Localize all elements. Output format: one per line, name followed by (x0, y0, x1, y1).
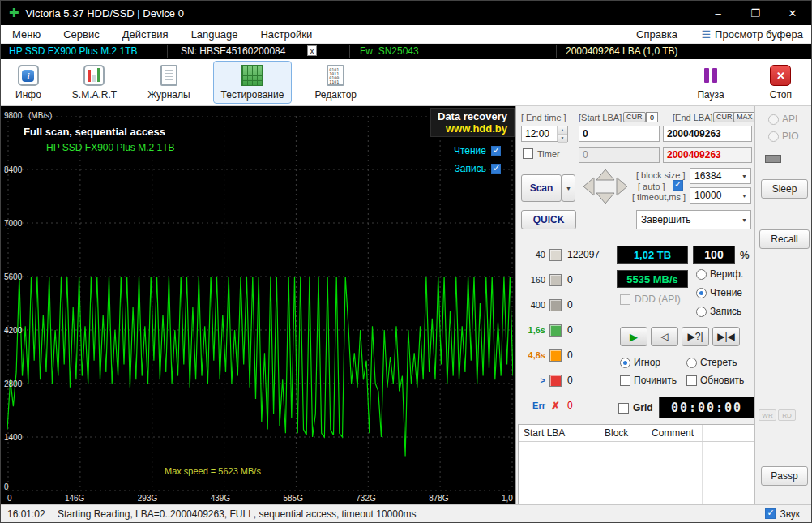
start-test-button[interactable]: ▶ (620, 327, 647, 346)
spin-up-icon[interactable]: ▲ (558, 126, 567, 135)
counter-label: Err (518, 401, 545, 410)
spin-down-icon[interactable]: ▼ (558, 135, 567, 143)
mode-read-label: Чтение (710, 287, 742, 298)
info-icon: i (18, 64, 39, 87)
stop-button[interactable]: ✕ Стоп (762, 61, 800, 104)
step-back-button[interactable]: ◁ (651, 327, 678, 346)
sleep-button[interactable]: Sleep (761, 179, 808, 199)
device-bar: HP SSD FX900 Plus M.2 1TB SN: HBSE451602… (1, 44, 811, 59)
start-lba-input[interactable]: 0 (579, 126, 660, 142)
counter-label: 4,8s (518, 350, 545, 360)
menu-item-language[interactable]: Language (180, 28, 250, 41)
mode-read-radio[interactable] (696, 288, 707, 298)
menu-bar: Меню Сервис Действия Language Настройки … (1, 25, 811, 44)
action-erase-label: Стереть (700, 357, 737, 368)
serial-close-button[interactable]: x (307, 45, 317, 56)
counter-row-1-6s: 1,6s 0 (518, 323, 615, 337)
wr-button[interactable]: WR (759, 409, 776, 421)
on-end-action-select[interactable]: Завершить ▼ (636, 210, 751, 229)
passport-button[interactable]: Passp (761, 466, 808, 486)
smart-chart-icon (83, 64, 105, 87)
close-button[interactable]: ✕ (774, 1, 811, 25)
toolbar-logs-button[interactable]: Журналы (139, 61, 198, 104)
menu-item-menu[interactable]: Меню (1, 28, 52, 41)
column-block[interactable]: Block (600, 427, 647, 439)
status-message: Starting Reading, LBA=0..2000409263, FUL… (58, 508, 765, 520)
x-tick: 878G (429, 494, 448, 503)
legend-read-checkbox[interactable] (491, 146, 501, 156)
seek-defect-button[interactable]: ▶?| (682, 327, 709, 346)
stop-icon: ✕ (770, 64, 791, 87)
counter-label: 40 (518, 250, 545, 259)
block-swatch-icon (549, 349, 562, 362)
end-lba-max-button[interactable]: MAX (733, 112, 756, 122)
menu-item-help[interactable]: Справка (625, 28, 689, 41)
legend-write-checkbox[interactable] (491, 164, 501, 174)
toolbar-test-button[interactable]: Тестирование (213, 61, 293, 104)
status-bar: 16:01:02 Starting Reading, LBA=0..200040… (1, 504, 811, 522)
timer-checkbox[interactable] (523, 148, 533, 159)
toolbar-editor-button[interactable]: 0101 1011 0100 1101 Редактор (306, 61, 365, 104)
api-radio[interactable] (768, 114, 779, 125)
test-panel: [ End time ] [Start LBA] CUR 0 [End LBA]… (515, 106, 754, 506)
dpad-right-icon (617, 178, 627, 195)
direction-pad[interactable] (581, 168, 630, 205)
skip-to-end-button[interactable]: ▶|◀ (712, 327, 740, 346)
scan-button[interactable]: Scan (521, 174, 562, 202)
column-comment[interactable]: Comment (647, 427, 694, 439)
logs-page-icon (160, 64, 177, 87)
menu-item-settings[interactable]: Настройки (249, 28, 323, 41)
action-remap-label: Починить (634, 375, 677, 386)
toolbar-smart-button[interactable]: S.M.A.R.T (64, 61, 125, 104)
recall-button[interactable]: Recall (759, 229, 810, 249)
y-unit-label: (MB/s) (28, 111, 52, 120)
maximize-button[interactable]: ❐ (737, 1, 774, 25)
y-tick: 7000 (4, 219, 22, 228)
auto-checkbox[interactable] (673, 180, 683, 191)
action-ignore-radio[interactable] (620, 358, 630, 368)
action-remap-checkbox[interactable] (620, 375, 630, 386)
mode-write-radio[interactable] (696, 307, 707, 317)
pause-button[interactable]: Пауза (689, 61, 732, 104)
buffer-view-button[interactable]: ☰ Просмотр буфера (701, 25, 803, 43)
status-time: 16:01:02 (7, 508, 58, 520)
scan-dropdown-button[interactable]: ▼ (562, 174, 575, 202)
mode-verify-radio[interactable] (696, 269, 707, 280)
end-lba-cur-button[interactable]: CUR (713, 112, 736, 122)
rd-button[interactable]: RD (778, 409, 796, 421)
minimize-button[interactable]: – (699, 1, 737, 25)
end-lba-input[interactable]: 2000409263 (663, 126, 752, 142)
start-lba-cur-button[interactable]: CUR (623, 112, 646, 122)
ddd-api-checkbox[interactable] (620, 294, 630, 305)
y-tick: 8400 (4, 165, 22, 174)
y-tick: 4200 (4, 326, 22, 335)
action-refresh-checkbox[interactable] (686, 375, 697, 386)
sound-checkbox[interactable] (765, 508, 776, 519)
block-size-select[interactable]: 16384 ▼ (690, 168, 751, 184)
speed-graph (7, 116, 513, 491)
action-refresh-label: Обновить (700, 375, 744, 386)
chart-title: Full scan, sequential access (24, 126, 165, 138)
x-tick: 732G (356, 494, 375, 503)
side-panel: API PIO Sleep Recall WR RD Passp (754, 106, 812, 506)
end-time-spinner[interactable]: 12:00 ▲ ▼ (521, 126, 568, 142)
grid-checkbox[interactable] (618, 403, 629, 414)
action-erase-radio[interactable] (686, 358, 697, 368)
menu-item-service[interactable]: Сервис (52, 28, 111, 41)
toolbar-info-button[interactable]: i Инфо (7, 61, 49, 104)
sound-toggle: Звук (765, 508, 800, 520)
counter-count: 0 (567, 375, 573, 386)
y-tick: 1400 (4, 433, 22, 442)
counter-count: 0 (567, 324, 573, 336)
counter-row-400: 400 0 (518, 298, 615, 312)
timeout-select[interactable]: 10000 ▼ (690, 187, 751, 204)
menu-item-actions[interactable]: Действия (111, 28, 180, 41)
watermark-line1: Data recovery (438, 110, 507, 122)
column-start-lba[interactable]: Start LBA (519, 427, 600, 439)
quick-button[interactable]: QUICK (521, 210, 576, 229)
pio-radio[interactable] (768, 131, 779, 142)
counter-count: 0 (567, 299, 573, 311)
block-swatch-icon (549, 375, 562, 387)
dpad-down-icon (596, 193, 614, 204)
on-end-action-value: Завершить (641, 214, 691, 225)
